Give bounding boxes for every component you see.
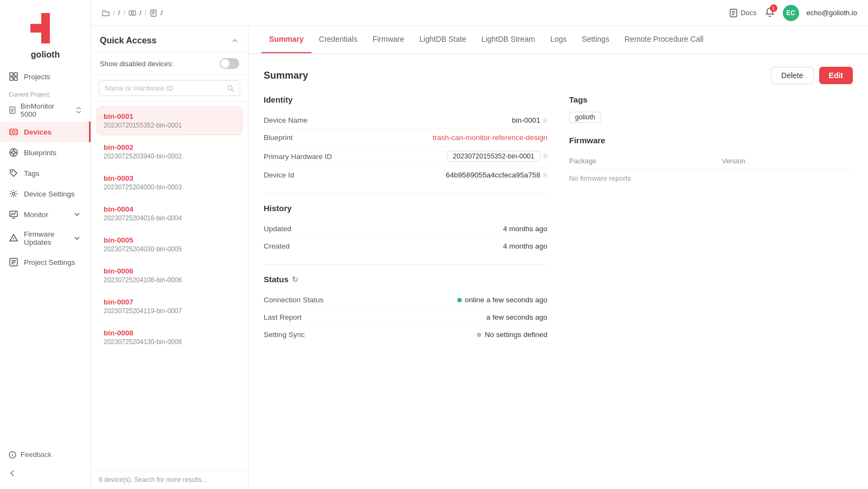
sidebar-item-devices[interactable]: Devices <box>0 122 91 142</box>
device-list-item[interactable]: bin-0004 20230725204016-bin-0004 <box>97 199 242 228</box>
breadcrumb-devices[interactable]: / <box>139 9 142 17</box>
setting-sync-label: Setting Sync <box>264 331 305 339</box>
feedback-button[interactable]: Feedback <box>9 447 82 462</box>
svg-rect-36 <box>129 11 136 15</box>
field-updated: Updated 4 months ago <box>264 220 547 238</box>
sidebar-item-device-settings[interactable]: Device Settings <box>0 183 91 204</box>
quick-access-collapse-button[interactable] <box>231 36 239 45</box>
hardware-id-pill: 20230720155352-bin-0001 <box>447 151 540 162</box>
sidebar: golioth Projects Current Project: BinMon… <box>0 0 91 489</box>
history-section: History Updated 4 months ago Created 4 m… <box>264 204 547 255</box>
device-item-id: 20230725204130-bin-0008 <box>104 338 235 346</box>
svg-point-22 <box>11 171 12 172</box>
device-list-item[interactable]: bin-0001 20230720155352-bin-0001 <box>97 106 242 135</box>
sidebar-item-blueprints[interactable]: Blueprints <box>0 142 91 163</box>
copy-device-id-icon[interactable]: ⎘ <box>544 172 547 179</box>
refresh-status-button[interactable]: ↻ <box>292 275 298 284</box>
firmware-no-data: No firmware reports <box>569 170 853 187</box>
device-id-label: Device Id <box>264 171 294 179</box>
delete-button[interactable]: Delete <box>771 67 813 84</box>
edit-button[interactable]: Edit <box>819 67 853 84</box>
tag-golioth[interactable]: golioth <box>569 112 601 123</box>
collapse-sidebar-button[interactable] <box>9 466 82 480</box>
divider-1 <box>264 193 547 194</box>
breadcrumb-current-device: / <box>161 9 163 17</box>
user-avatar[interactable]: EC <box>783 5 799 21</box>
folder-icon <box>102 9 110 17</box>
tags-section: Tags golioth <box>569 95 853 123</box>
device-icon <box>150 9 157 17</box>
firmware-no-data-row: No firmware reports <box>569 170 853 187</box>
device-list-item[interactable]: bin-0007 20230725204119-bin-0007 <box>97 292 242 321</box>
tab-settings[interactable]: Settings <box>575 26 617 53</box>
notification-badge: 1 <box>770 4 777 12</box>
device-item-id: 20230725204119-bin-0007 <box>104 307 235 315</box>
device-item-id: 20230725204030-bin-0005 <box>104 245 235 253</box>
sidebar-item-monitor[interactable]: Monitor <box>0 204 91 225</box>
tab-rpc[interactable]: Remote Procedure Call <box>617 26 711 53</box>
firmware-icon <box>9 233 18 243</box>
show-disabled-toggle[interactable] <box>220 58 239 69</box>
tab-firmware[interactable]: Firmware <box>365 26 412 53</box>
last-report-value: a few seconds ago <box>486 313 547 321</box>
svg-line-47 <box>232 90 234 92</box>
device-list-item[interactable]: bin-0008 20230725204130-bin-0008 <box>97 323 242 352</box>
device-item-name: bin-0005 <box>104 236 235 244</box>
sidebar-item-tags[interactable]: Tags <box>0 163 91 183</box>
setting-sync-value: No settings defined <box>477 331 547 339</box>
tab-lightdb-stream[interactable]: LightDB Stream <box>474 26 542 53</box>
device-list-item[interactable]: bin-0006 20230725204108-bin-0006 <box>97 261 242 290</box>
sidebar-bottom: Feedback <box>0 441 91 489</box>
sidebar-item-projects[interactable]: Projects <box>0 66 91 87</box>
svg-point-46 <box>228 86 232 90</box>
notifications-button[interactable]: 1 <box>764 7 775 19</box>
summary-left-col: Identity Device Name bin-0001 ⎘ Blueprin… <box>264 95 547 343</box>
monitor-icon <box>9 209 18 219</box>
action-buttons: Delete Edit <box>771 67 853 84</box>
sidebar-label-devices: Devices <box>24 128 80 136</box>
copy-device-name-icon[interactable]: ⎘ <box>544 117 547 124</box>
blueprint-icon <box>9 148 18 157</box>
tag-icon <box>9 168 18 178</box>
device-item-name: bin-0002 <box>104 143 235 151</box>
breadcrumb-sep-2: / <box>123 9 125 17</box>
breadcrumb-project[interactable]: / <box>118 9 120 17</box>
blueprint-link[interactable]: trash-can-monitor-reference-design <box>432 134 547 142</box>
copy-hardware-id-icon[interactable]: ⎘ <box>544 153 547 160</box>
device-list-item[interactable]: bin-0002 20230725203940-bin-0002 <box>97 137 242 166</box>
created-label: Created <box>264 242 290 250</box>
grid-icon <box>9 72 18 81</box>
svg-point-11 <box>12 131 15 134</box>
device-name-value: bin-0001 ⎘ <box>512 116 547 124</box>
field-last-report: Last Report a few seconds ago <box>264 309 547 326</box>
tab-bar: SummaryCredentialsFirmwareLightDB StateL… <box>248 26 868 54</box>
svg-rect-3 <box>14 73 17 76</box>
connection-status-label: Connection Status <box>264 296 323 304</box>
tab-logs[interactable]: Logs <box>542 26 574 53</box>
project-name-label: BinMonitor 5000 <box>21 102 71 118</box>
tags-section-title: Tags <box>569 95 853 104</box>
detail-content: Summary Delete Edit Identity Device Name <box>248 54 868 489</box>
device-list-item[interactable]: bin-0003 20230725204000-bin-0003 <box>97 168 242 197</box>
tab-summary[interactable]: Summary <box>261 26 311 53</box>
divider-2 <box>264 264 547 265</box>
search-icon <box>227 85 234 92</box>
qa-footer: 8 device(s). Search for more results... <box>91 470 248 489</box>
docs-icon <box>729 9 738 17</box>
sidebar-label-projects: Projects <box>24 73 80 81</box>
docs-button[interactable]: Docs <box>729 9 757 17</box>
sidebar-project-name[interactable]: BinMonitor 5000 <box>0 99 91 122</box>
sidebar-item-project-settings[interactable]: Project Settings <box>0 252 91 272</box>
device-list: bin-0001 20230720155352-bin-0001 bin-000… <box>91 102 248 470</box>
device-list-item[interactable]: bin-0005 20230725204030-bin-0005 <box>97 230 242 259</box>
created-value: 4 months ago <box>503 242 547 250</box>
user-email[interactable]: echo@golioth.io <box>807 9 857 17</box>
topbar-right: Docs 1 EC echo@golioth.io <box>729 5 857 21</box>
sidebar-item-firmware-updates[interactable]: Firmware Updates <box>0 225 91 252</box>
search-input[interactable] <box>105 84 224 92</box>
device-item-id: 20230725204108-bin-0006 <box>104 276 235 284</box>
summary-main-title: Summary <box>264 70 308 81</box>
tab-lightdb-state[interactable]: LightDB State <box>412 26 474 53</box>
updated-label: Updated <box>264 225 291 233</box>
tab-credentials[interactable]: Credentials <box>311 26 365 53</box>
